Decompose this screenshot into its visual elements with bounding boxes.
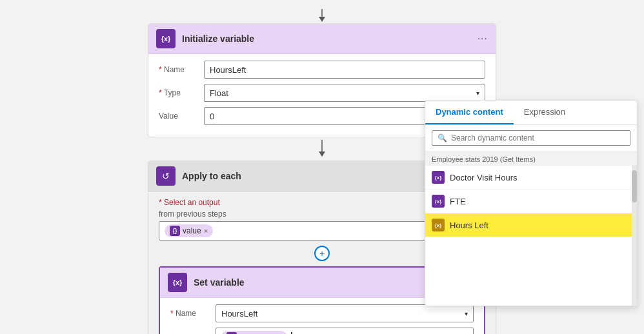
- scrollbar-thumb[interactable]: [632, 170, 637, 202]
- set-value-input[interactable]: {} Hours Left ×: [216, 328, 474, 334]
- set-name-row: Name HoursLeft ▾: [170, 304, 474, 322]
- set-name-label: Name: [170, 309, 216, 318]
- svg-marker-3: [319, 152, 325, 157]
- section-label: Employee stats 2019 (Get Items): [425, 152, 637, 166]
- card-header-init: {x} Initialize variable ···: [148, 24, 496, 54]
- hours-left-token: {} Hours Left ×: [221, 331, 287, 334]
- item-label-doctor: Doctor Visit Hours: [450, 173, 518, 182]
- apply-each-icon: ↺: [156, 166, 176, 186]
- init-var-more-button[interactable]: ···: [478, 33, 488, 44]
- name-label: Name: [159, 65, 204, 74]
- chevron-down-icon-2: ▾: [465, 310, 468, 317]
- value-label: Value: [159, 112, 204, 121]
- tab-expression[interactable]: Expression: [514, 101, 576, 124]
- item-icon-hours-left: {x}: [432, 219, 445, 231]
- value-token: {} value ×: [165, 224, 213, 237]
- name-field-row: Name: [159, 61, 485, 79]
- chevron-down-icon: ▾: [476, 90, 479, 97]
- item-icon-doctor: {x}: [432, 171, 445, 184]
- init-var-icon: {x}: [156, 29, 176, 48]
- search-input[interactable]: [451, 133, 625, 142]
- panel-tabs: Dynamic content Expression: [425, 101, 637, 125]
- type-label: Type: [159, 88, 204, 97]
- item-label-fte: FTE: [450, 197, 466, 206]
- token-icon: {}: [170, 226, 180, 236]
- panel-item-fte[interactable]: {x} FTE: [425, 190, 637, 213]
- item-label-hours-left: Hours Left: [450, 221, 488, 230]
- set-name-select[interactable]: HoursLeft ▾: [216, 304, 474, 322]
- init-var-title: Initialize variable: [182, 34, 478, 44]
- search-icon: 🔍: [438, 133, 447, 142]
- set-var-title: Set variable: [194, 277, 449, 288]
- type-field-row: Type Float ▾: [159, 84, 485, 102]
- search-box: 🔍: [432, 130, 630, 146]
- name-input[interactable]: [204, 61, 485, 79]
- set-value-row: Value {} Hours Left ×: [170, 328, 474, 334]
- dynamic-content-panel: Dynamic content Expression 🔍 Employee st…: [425, 100, 638, 306]
- panel-items-list: {x} Doctor Visit Hours {x} FTE {x} Hours…: [425, 166, 637, 306]
- svg-marker-1: [319, 17, 325, 22]
- set-var-icon: {x}: [168, 273, 187, 292]
- token-close-button[interactable]: ×: [204, 227, 208, 235]
- tab-dynamic-content[interactable]: Dynamic content: [425, 101, 514, 124]
- panel-search-area: 🔍: [425, 125, 637, 152]
- panel-item-doctor-visit[interactable]: {x} Doctor Visit Hours: [425, 166, 637, 190]
- item-icon-fte: {x}: [432, 195, 445, 208]
- panel-item-hours-left[interactable]: {x} Hours Left: [425, 213, 637, 237]
- add-inner-button[interactable]: +: [314, 246, 330, 261]
- type-select[interactable]: Float ▾: [204, 84, 485, 102]
- scrollbar-track: [632, 165, 637, 306]
- top-connector: [13, 6, 631, 23]
